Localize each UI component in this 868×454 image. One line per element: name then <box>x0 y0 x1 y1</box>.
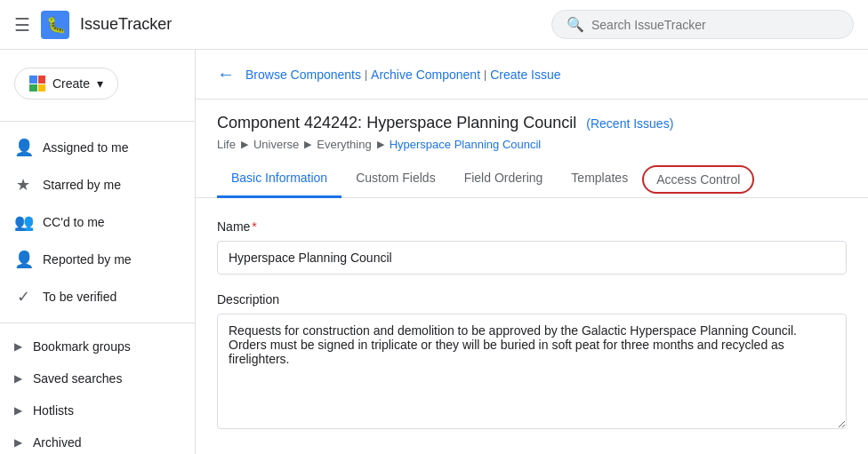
create-issue-link[interactable]: Create Issue <box>490 68 560 82</box>
tab-templates[interactable]: Templates <box>557 162 642 198</box>
sidebar-label-starred: Starred by me <box>43 178 121 192</box>
breadcrumb-arrow-1: ▶ <box>241 139 248 150</box>
create-arrow-icon: ▾ <box>97 76 103 91</box>
sidebar-group-archived[interactable]: ▶ Archived <box>0 426 195 454</box>
topbar: ☰ 🐛 IssueTracker 🔍 <box>0 0 868 50</box>
svg-text:🐛: 🐛 <box>46 15 67 35</box>
required-marker: * <box>252 219 256 234</box>
check-icon: ✓ <box>14 287 32 307</box>
create-plus-icon <box>29 76 45 92</box>
tab-basic-information[interactable]: Basic Information <box>217 162 342 198</box>
sidebar-group-hotlists[interactable]: ▶ Hotlists <box>0 394 195 426</box>
main-layout: Create ▾ 👤 Assigned to me ★ Starred by m… <box>0 50 868 454</box>
sidebar-label-assigned: Assigned to me <box>43 140 129 155</box>
reported-icon: 👤 <box>14 250 32 269</box>
create-button[interactable]: Create ▾ <box>14 68 118 100</box>
person-icon: 👤 <box>14 138 32 157</box>
component-header: Component 424242: Hyperspace Planning Co… <box>196 100 868 151</box>
app-title: IssueTracker <box>80 15 172 34</box>
create-label: Create <box>52 76 90 91</box>
description-textarea[interactable]: Requests for construction and demolition… <box>217 314 847 429</box>
breadcrumb-universe: Universe <box>253 138 299 151</box>
chevron-right-icon-4: ▶ <box>14 436 22 449</box>
breadcrumb-life: Life <box>217 138 236 151</box>
nav-bar: ← Browse Components | Archive Component … <box>196 50 868 100</box>
chevron-right-icon-3: ▶ <box>14 404 22 417</box>
name-input[interactable] <box>217 241 847 275</box>
sidebar-label-archived: Archived <box>33 435 81 450</box>
sidebar-label-saved: Saved searches <box>33 371 122 386</box>
sidebar: Create ▾ 👤 Assigned to me ★ Starred by m… <box>0 50 196 454</box>
search-box[interactable]: 🔍 <box>551 10 854 39</box>
search-icon: 🔍 <box>567 16 584 33</box>
sidebar-divider-2 <box>0 323 195 323</box>
chevron-right-icon: ▶ <box>14 340 22 353</box>
app-logo: 🐛 <box>41 11 69 39</box>
breadcrumb-arrow-3: ▶ <box>377 139 384 150</box>
sidebar-item-ccd[interactable]: 👥 CC'd to me <box>0 203 188 241</box>
component-title-text: Component 424242: Hyperspace Planning Co… <box>217 114 576 131</box>
breadcrumb-everything: Everything <box>317 138 371 151</box>
tabs-bar: Basic Information Custom Fields Field Or… <box>196 162 868 198</box>
sidebar-item-starred[interactable]: ★ Starred by me <box>0 166 188 203</box>
search-area: 🔍 <box>551 10 854 39</box>
tab-access-control[interactable]: Access Control <box>642 165 754 194</box>
breadcrumb: Life ▶ Universe ▶ Everything ▶ Hyperspac… <box>217 138 847 151</box>
breadcrumb-current[interactable]: Hyperspace Planning Council <box>390 138 542 151</box>
back-button[interactable]: ← <box>217 64 235 84</box>
browse-components-link[interactable]: Browse Components <box>245 68 361 82</box>
create-btn-area: Create ▾ <box>0 60 195 114</box>
nav-sep-1: | <box>365 68 367 81</box>
sidebar-label-reported: Reported by me <box>43 252 132 267</box>
menu-icon[interactable]: ☰ <box>14 14 30 36</box>
breadcrumb-arrow-2: ▶ <box>304 139 311 150</box>
sidebar-label-ccd: CC'd to me <box>43 215 105 229</box>
sidebar-group-saved[interactable]: ▶ Saved searches <box>0 362 195 394</box>
tab-custom-fields[interactable]: Custom Fields <box>342 162 449 198</box>
group-icon: 👥 <box>14 212 32 232</box>
chevron-right-icon-2: ▶ <box>14 372 22 385</box>
star-icon: ★ <box>14 175 32 195</box>
form-area: Name* Description Requests for construct… <box>196 198 868 453</box>
sidebar-item-verify[interactable]: ✓ To be verified <box>0 278 188 315</box>
search-input[interactable] <box>591 18 839 32</box>
sidebar-label-verify: To be verified <box>43 290 117 304</box>
sidebar-item-reported[interactable]: 👤 Reported by me <box>0 241 188 278</box>
recent-issues-link[interactable]: (Recent Issues) <box>586 116 673 131</box>
sidebar-label-hotlists: Hotlists <box>33 403 74 418</box>
name-field-label: Name* <box>217 219 847 234</box>
nav-sep-2: | <box>484 68 486 81</box>
sidebar-group-bookmark[interactable]: ▶ Bookmark groups <box>0 331 195 362</box>
description-field-label: Description <box>217 292 847 307</box>
component-title: Component 424242: Hyperspace Planning Co… <box>217 114 847 132</box>
sidebar-item-assigned[interactable]: 👤 Assigned to me <box>0 129 188 166</box>
topbar-left: ☰ 🐛 IssueTracker <box>14 11 172 39</box>
sidebar-label-bookmark: Bookmark groups <box>33 339 131 354</box>
tab-field-ordering[interactable]: Field Ordering <box>450 162 558 198</box>
archive-component-link[interactable]: Archive Component <box>371 68 480 82</box>
sidebar-divider-1 <box>0 121 195 122</box>
content-area: ← Browse Components | Archive Component … <box>196 50 868 454</box>
